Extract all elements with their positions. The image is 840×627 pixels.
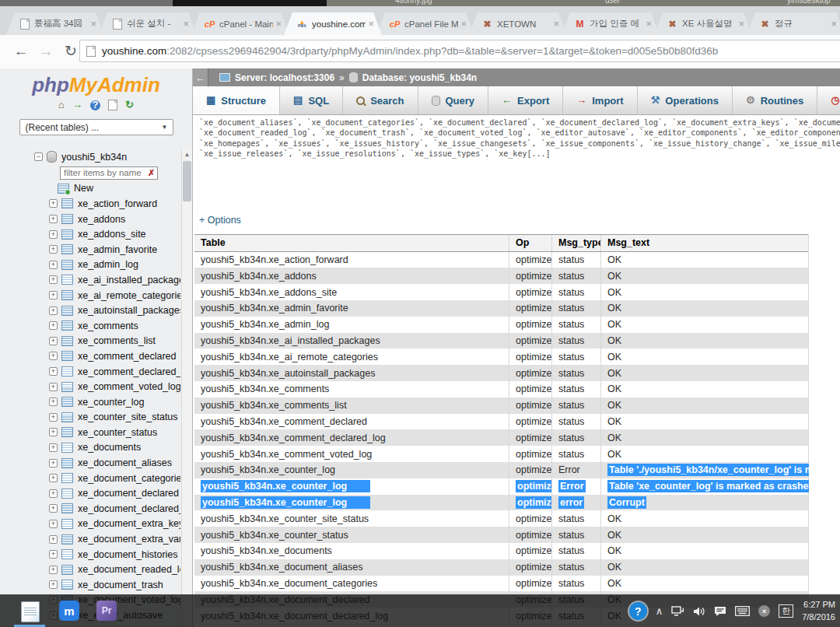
recent-tables-select[interactable]: (Recent tables) ... ▼ — [19, 119, 173, 135]
tree-node-table[interactable]: +xe_comment_declared_log — [0, 364, 180, 380]
collapse-sidebar-button[interactable]: ← — [193, 68, 208, 86]
scroll-up-icon[interactable]: ▲ — [182, 149, 192, 159]
expand-icon[interactable]: + — [49, 352, 58, 360]
expand-icon[interactable]: + — [49, 459, 58, 468]
browser-tab[interactable]: cPcPanel File M× — [376, 12, 474, 35]
menu-tab-sql[interactable]: ▤SQL — [280, 86, 343, 114]
action-center-icon[interactable] — [714, 606, 726, 617]
ime-korean-indicator[interactable]: 한 — [779, 604, 793, 618]
tree-node-table[interactable]: +xe_admin_favorite — [0, 242, 180, 257]
menu-tab-export[interactable]: ←Export — [488, 86, 563, 114]
collapse-icon[interactable]: − — [34, 152, 43, 161]
expand-icon[interactable]: + — [49, 337, 58, 345]
tray-chevron-icon[interactable]: ∧ — [656, 606, 663, 617]
pma-logo[interactable]: phpMyAdmin — [0, 68, 192, 96]
breadcrumb-database[interactable]: Database: youshi5_kb34n — [362, 72, 477, 83]
tree-node-table[interactable]: +xe_document_histories — [0, 547, 180, 562]
tree-node-database[interactable]: − youshi5_kb34n — [0, 149, 180, 165]
logout-icon[interactable]: → — [72, 100, 82, 110]
expand-icon[interactable]: + — [49, 230, 58, 239]
menu-tab-structure[interactable]: ▦Structure — [193, 86, 280, 114]
tab-close-icon[interactable]: × — [646, 19, 652, 29]
menu-tab-routines[interactable]: ⚙Routines — [733, 86, 817, 114]
tree-node-table[interactable]: +xe_document_declared_log — [0, 501, 180, 517]
expand-icon[interactable]: + — [49, 550, 58, 559]
tree-node-table[interactable]: +xe_document_trash — [0, 577, 180, 593]
browser-tab[interactable]: ▲PMAyoushine.com× — [284, 12, 382, 35]
tab-close-icon[interactable]: × — [275, 19, 282, 29]
tree-node-table[interactable]: +xe_addons_site — [0, 226, 180, 242]
tree-node-table[interactable]: +xe_document_readed_log — [0, 562, 180, 577]
tree-node-table[interactable]: +xe_counter_site_status — [0, 410, 180, 426]
expand-icon[interactable]: + — [49, 275, 58, 284]
reload-button[interactable]: ↻ — [61, 42, 81, 61]
expand-icon[interactable]: + — [49, 367, 58, 376]
expand-icon[interactable]: + — [49, 504, 58, 513]
menu-tab-query[interactable]: Query — [418, 86, 489, 114]
expand-icon[interactable]: + — [49, 428, 58, 436]
clear-filter-icon[interactable]: ✗ — [148, 168, 155, 178]
home-icon[interactable]: ⌂ — [58, 100, 65, 110]
tab-close-icon[interactable]: × — [831, 19, 837, 29]
browser-tab[interactable]: 景福高 34回× — [6, 12, 104, 35]
expand-icon[interactable]: + — [49, 321, 58, 330]
filter-input[interactable] — [60, 166, 158, 180]
expand-icon[interactable]: + — [49, 291, 58, 299]
expand-icon[interactable]: + — [49, 413, 58, 422]
expand-icon[interactable]: + — [49, 535, 58, 544]
tab-close-icon[interactable]: × — [90, 19, 96, 29]
docs-icon[interactable] — [108, 100, 117, 110]
expand-icon[interactable]: + — [49, 443, 58, 452]
breadcrumb-server[interactable]: Server: localhost:3306 — [235, 72, 334, 83]
tab-close-icon[interactable]: × — [368, 19, 374, 29]
menu-tab-operations[interactable]: ⚒Operations — [638, 86, 733, 114]
browser-tab[interactable]: 쉬운 설치 -× — [99, 12, 197, 35]
tree-node-table[interactable]: +xe_addons — [0, 212, 180, 227]
expand-icon[interactable]: + — [49, 215, 58, 223]
tab-close-icon[interactable]: × — [183, 19, 189, 29]
tree-node-table[interactable]: +xe_document_declared — [0, 485, 180, 501]
tab-close-icon[interactable]: × — [460, 19, 467, 29]
expand-icon[interactable]: + — [49, 383, 58, 391]
tree-node-table[interactable]: +xe_comment_voted_log — [0, 379, 180, 394]
expand-icon[interactable]: + — [49, 398, 58, 406]
expand-icon[interactable]: + — [49, 489, 58, 498]
tree-node-table[interactable]: +xe_document_aliases — [0, 455, 180, 471]
options-toggle-link[interactable]: + Options — [199, 215, 241, 226]
help-tray-icon[interactable]: ? — [629, 602, 647, 620]
menu-tab-events[interactable]: ◷Events — [817, 86, 840, 114]
address-bar[interactable]: youshine.com:2082/cpsess2969462904/3rdpa… — [79, 40, 840, 62]
tree-node-table[interactable]: +xe_counter_log — [0, 394, 180, 410]
browser-tab[interactable]: ✖정규× — [747, 12, 840, 35]
tab-close-icon[interactable]: × — [738, 19, 744, 29]
network-icon[interactable] — [671, 606, 684, 617]
refresh-icon[interactable]: ↻ — [125, 100, 134, 110]
tree-node-table[interactable]: +xe_document_categories — [0, 471, 180, 486]
help-icon[interactable]: ? — [90, 100, 100, 110]
back-button[interactable]: ← — [11, 42, 31, 61]
browser-tab[interactable]: ✖XE 사용설명× — [654, 12, 752, 35]
sidebar-scrollbar[interactable]: ▲ — [181, 149, 192, 627]
maxthon-taskbar-icon[interactable]: m — [59, 601, 79, 621]
tree-node-table[interactable]: +xe_ai_installed_packages — [0, 272, 180, 288]
expand-icon[interactable]: + — [49, 520, 58, 528]
premiere-taskbar-icon[interactable]: Pr — [96, 601, 117, 621]
expand-icon[interactable]: + — [49, 566, 58, 574]
tree-node-table[interactable]: +xe_document_extra_vars — [0, 531, 180, 547]
browser-tab[interactable]: cPcPanel - Main× — [191, 12, 289, 35]
expand-icon[interactable]: + — [49, 199, 58, 208]
status-x-icon[interactable]: × — [758, 605, 770, 617]
expand-icon[interactable]: + — [49, 580, 58, 589]
taskbar-clock[interactable]: 6:27 PM 7/8/2016 — [802, 599, 835, 624]
expand-icon[interactable]: + — [49, 245, 58, 254]
expand-icon[interactable]: + — [49, 261, 58, 269]
tree-node-table[interactable]: +xe_comments — [0, 318, 180, 334]
tree-node-table[interactable]: +xe_autoinstall_packages — [0, 303, 180, 318]
tree-node-table[interactable]: +xe_admin_log — [0, 257, 180, 273]
volume-icon[interactable] — [693, 606, 705, 617]
tree-node-table[interactable]: +xe_comment_declared — [0, 349, 180, 364]
scrollbar-thumb[interactable] — [183, 161, 191, 201]
tree-node-table[interactable]: +xe_action_forward — [0, 196, 180, 212]
tree-node-table[interactable]: +xe_document_extra_keys — [0, 517, 180, 532]
tree-node-table[interactable]: +xe_comments_list — [0, 334, 180, 349]
